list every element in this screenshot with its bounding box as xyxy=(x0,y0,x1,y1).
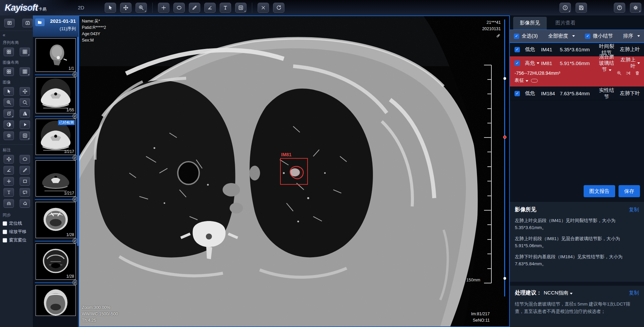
detected-badge: 已经检测 xyxy=(58,120,75,125)
micro-nodule-control[interactable]: ✓ 微小结节 xyxy=(585,33,613,39)
series-layout-3x3-button[interactable] xyxy=(19,47,30,56)
nodule-marker-dot[interactable] xyxy=(503,277,506,280)
select-all-control[interactable]: ✓ 全选(3) xyxy=(514,33,538,39)
window-level-tool-button[interactable] xyxy=(235,3,247,13)
image-magnify-button[interactable] xyxy=(19,98,30,107)
ellipse-tool-button[interactable] xyxy=(173,3,185,13)
anno-eraser-button[interactable] xyxy=(19,199,30,208)
tab-findings[interactable]: 影像所见 xyxy=(513,17,547,30)
text-tool-button[interactable] xyxy=(220,3,231,13)
series-layout-2x2-button[interactable] xyxy=(3,47,14,56)
series-thumbnail-brain[interactable]: 1/28 xyxy=(36,202,76,238)
checkbox[interactable] xyxy=(3,238,7,242)
anno-rectangle-button[interactable] xyxy=(19,177,30,186)
image-rotate-button[interactable] xyxy=(3,109,14,118)
series-thumbnail-scout[interactable]: 1/1 xyxy=(36,38,76,72)
anno-ellipse-button[interactable] xyxy=(19,155,30,164)
feature-toggle[interactable] xyxy=(531,79,538,83)
guideline-dropdown[interactable]: NCCN指南 xyxy=(544,290,573,296)
checkbox[interactable] xyxy=(3,230,7,234)
image-brightness-button[interactable] xyxy=(3,131,14,140)
link-icon[interactable] xyxy=(482,33,501,40)
density-filter-dropdown[interactable]: 全部密度 xyxy=(548,33,575,39)
image-zoom-in-button[interactable] xyxy=(3,98,14,107)
slice-scrollbar[interactable] xyxy=(504,19,505,296)
nodule-row-im41[interactable]: ✓ 低危 IM41 5.35*3.61mm 叶间裂结节 左肺上叶 xyxy=(510,43,644,56)
nodule-type-dropdown[interactable]: 混合磨玻璃结节 xyxy=(597,54,616,73)
image-window-level-button[interactable] xyxy=(19,131,30,140)
ct-axial-image[interactable]: IM81 xyxy=(79,16,509,326)
series-thumbnail-mediastinal[interactable]: 1/217 xyxy=(36,160,76,197)
rotate-icon xyxy=(6,111,12,116)
anno-angle-button[interactable] xyxy=(3,166,14,175)
pan-tool-button[interactable] xyxy=(120,3,131,13)
image-flip-button[interactable] xyxy=(19,109,30,118)
sync-option-window[interactable]: 窗宽窗位 xyxy=(3,237,33,243)
annotation-label: 标注 xyxy=(3,147,33,153)
ellipse-icon xyxy=(176,5,182,11)
nodule-row-im184[interactable]: ✓ 低危 IM184 7.63*5.84mm 实性结节 左肺下叶 xyxy=(510,87,644,100)
study-header[interactable]: 2021-01-31 (11)序列 xyxy=(33,15,78,37)
arch-icon xyxy=(6,201,12,206)
nodule-row-im81-selected[interactable]: ✓ 高危 IM81 5.91*5.06mm 混合磨玻璃结节 左肺上叶 -756-… xyxy=(510,56,644,87)
feature-dropdown[interactable]: 表征 xyxy=(515,77,528,84)
save-study-button[interactable] xyxy=(576,3,587,13)
cursor-tool-button[interactable] xyxy=(105,3,116,13)
checkbox-checked[interactable]: ✓ xyxy=(515,60,520,66)
nodule-location-dropdown[interactable]: 左肺上叶 xyxy=(616,57,640,69)
trash-icon[interactable] xyxy=(635,70,640,76)
zoom-tool-button[interactable] xyxy=(136,3,147,13)
series-thumbnail-brain-2[interactable] xyxy=(36,285,76,316)
tab-image-view[interactable]: 图片查看 xyxy=(549,17,582,30)
anno-plus-button[interactable] xyxy=(3,177,14,186)
anno-arch-button[interactable] xyxy=(3,199,14,208)
anno-text-button[interactable] xyxy=(3,188,14,197)
image-cursor-button[interactable] xyxy=(3,87,14,96)
settings-button[interactable] xyxy=(630,3,641,13)
anno-measure-button[interactable] xyxy=(19,166,30,175)
measure-tool-button[interactable] xyxy=(189,3,200,13)
help-button[interactable] xyxy=(614,3,625,13)
toolbar-separator xyxy=(152,3,153,13)
image-invert-button[interactable] xyxy=(3,120,14,129)
panel-list-button[interactable] xyxy=(4,18,15,28)
save-button[interactable]: 保存 xyxy=(619,185,640,197)
anno-bubble-button[interactable] xyxy=(19,188,30,197)
checkbox-checked[interactable]: ✓ xyxy=(585,34,590,39)
cross-icon xyxy=(6,156,12,162)
checkbox-checked[interactable]: ✓ xyxy=(515,91,520,96)
checkbox-checked[interactable]: ✓ xyxy=(515,47,520,52)
angle-tool-button[interactable] xyxy=(204,3,216,13)
nodule-marker-dot[interactable] xyxy=(503,77,506,80)
series-thumbnail-lung-detected[interactable]: 已经检测 1/217 xyxy=(36,119,76,155)
crosshair-tool-button[interactable] xyxy=(158,3,169,13)
anno-cross-button[interactable] xyxy=(3,155,14,164)
image-layout-2x2-button[interactable] xyxy=(3,67,14,76)
copy-findings-link[interactable]: 复制 xyxy=(629,207,639,213)
image-layout-3x3-button[interactable] xyxy=(19,67,30,76)
sync-option-zoom-pan[interactable]: 缩放平移 xyxy=(3,229,33,235)
image-play-button[interactable] xyxy=(19,120,30,129)
panel-note-button[interactable] xyxy=(22,18,33,28)
current-slice-dot[interactable] xyxy=(503,135,506,139)
alert-button[interactable] xyxy=(559,3,571,13)
series-thumbnail-lung[interactable]: 1/55 xyxy=(36,77,76,113)
series-thumbnail-brain-bone[interactable]: 1/28 xyxy=(36,243,76,280)
sync-option-localizer[interactable]: 定位线 xyxy=(3,220,33,226)
delete-annotation-button[interactable] xyxy=(258,3,269,13)
ct-viewport[interactable]: IM81 Name:吴* Patid:R*****2 Age:043Y Sex:… xyxy=(78,15,510,327)
sort-dropdown[interactable]: 排序 xyxy=(623,33,640,39)
risk-level-dropdown[interactable]: 高危 xyxy=(525,60,541,66)
image-pan-button[interactable] xyxy=(19,87,30,96)
folder-button[interactable] xyxy=(35,18,45,26)
copy-advice-link[interactable]: 复制 xyxy=(629,290,639,296)
thumbnail-scrollbar[interactable] xyxy=(77,37,78,327)
nodule-location: 左肺上叶 xyxy=(616,46,640,53)
magnifier-icon[interactable] xyxy=(616,70,622,76)
reset-view-button[interactable] xyxy=(273,3,284,13)
compare-icon[interactable] xyxy=(626,70,631,76)
collapse-sidebar-button[interactable]: « xyxy=(3,32,33,38)
report-button[interactable]: 图文报告 xyxy=(584,185,615,197)
checkbox[interactable] xyxy=(3,221,7,226)
checkbox-checked[interactable]: ✓ xyxy=(514,34,519,39)
